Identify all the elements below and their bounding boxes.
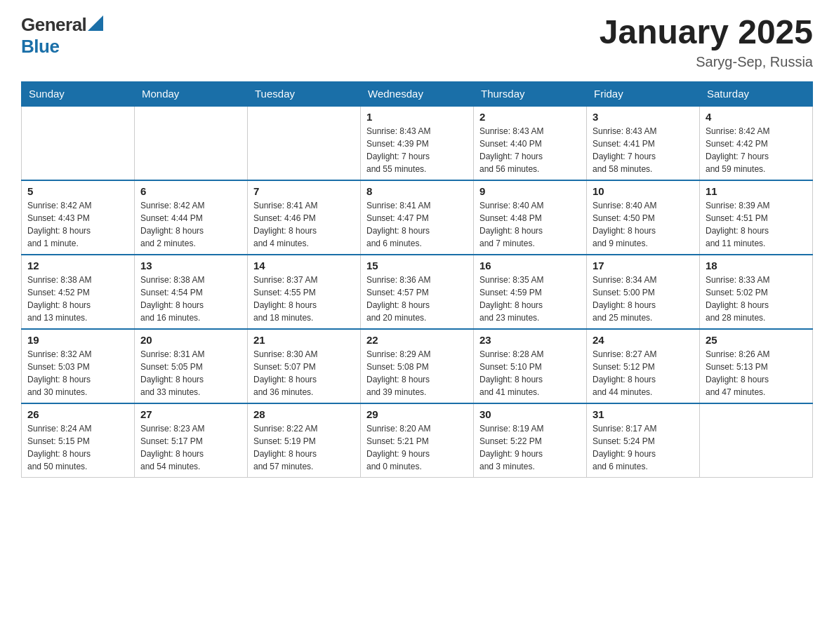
day-number: 22: [366, 334, 468, 346]
calendar-cell: 19Sunrise: 8:32 AM Sunset: 5:03 PM Dayli…: [22, 329, 135, 403]
calendar-cell: 12Sunrise: 8:38 AM Sunset: 4:52 PM Dayli…: [22, 255, 135, 329]
calendar-cell: [700, 403, 813, 478]
calendar-cell: [135, 106, 248, 180]
day-number: 7: [253, 185, 355, 197]
calendar-header-monday: Monday: [135, 81, 248, 106]
calendar-header-saturday: Saturday: [700, 81, 813, 106]
day-info: Sunrise: 8:38 AM Sunset: 4:54 PM Dayligh…: [140, 274, 241, 324]
day-number: 2: [479, 111, 581, 123]
day-info: Sunrise: 8:43 AM Sunset: 4:39 PM Dayligh…: [366, 125, 468, 175]
calendar-cell: 11Sunrise: 8:39 AM Sunset: 4:51 PM Dayli…: [700, 180, 813, 255]
logo: General Blue: [21, 14, 103, 58]
day-info: Sunrise: 8:38 AM Sunset: 4:52 PM Dayligh…: [27, 274, 128, 324]
day-info: Sunrise: 8:40 AM Sunset: 4:50 PM Dayligh…: [593, 199, 694, 250]
day-number: 14: [253, 260, 355, 271]
day-number: 18: [706, 260, 807, 271]
day-info: Sunrise: 8:29 AM Sunset: 5:08 PM Dayligh…: [366, 348, 468, 398]
calendar-cell: 15Sunrise: 8:36 AM Sunset: 4:57 PM Dayli…: [361, 255, 474, 329]
day-number: 12: [27, 260, 128, 271]
day-number: 8: [366, 185, 468, 197]
calendar-cell: 23Sunrise: 8:28 AM Sunset: 5:10 PM Dayli…: [474, 329, 587, 403]
calendar-cell: 7Sunrise: 8:41 AM Sunset: 4:46 PM Daylig…: [248, 180, 361, 255]
day-number: 20: [140, 334, 241, 346]
day-number: 29: [366, 408, 468, 420]
day-info: Sunrise: 8:42 AM Sunset: 4:42 PM Dayligh…: [706, 125, 807, 175]
calendar-cell: 13Sunrise: 8:38 AM Sunset: 4:54 PM Dayli…: [135, 255, 248, 329]
location-text: Saryg-Sep, Russia: [600, 54, 813, 70]
calendar-cell: [248, 106, 361, 180]
page-header: General Blue January 2025 Saryg-Sep, Rus…: [21, 14, 813, 70]
day-number: 19: [27, 334, 128, 346]
title-block: January 2025 Saryg-Sep, Russia: [600, 14, 813, 70]
calendar-cell: 4Sunrise: 8:42 AM Sunset: 4:42 PM Daylig…: [700, 106, 813, 180]
day-number: 28: [253, 408, 355, 420]
day-info: Sunrise: 8:30 AM Sunset: 5:07 PM Dayligh…: [253, 348, 355, 398]
day-info: Sunrise: 8:19 AM Sunset: 5:22 PM Dayligh…: [479, 422, 581, 473]
calendar-cell: 8Sunrise: 8:41 AM Sunset: 4:47 PM Daylig…: [361, 180, 474, 255]
day-number: 27: [140, 408, 241, 420]
calendar-cell: 27Sunrise: 8:23 AM Sunset: 5:17 PM Dayli…: [135, 403, 248, 478]
calendar-header-sunday: Sunday: [22, 81, 135, 106]
day-number: 23: [479, 334, 581, 346]
calendar-cell: 6Sunrise: 8:42 AM Sunset: 4:44 PM Daylig…: [135, 180, 248, 255]
day-number: 30: [479, 408, 581, 420]
calendar-cell: [22, 106, 135, 180]
day-info: Sunrise: 8:23 AM Sunset: 5:17 PM Dayligh…: [140, 422, 241, 473]
day-info: Sunrise: 8:17 AM Sunset: 5:24 PM Dayligh…: [593, 422, 694, 473]
logo-triangle-icon: [88, 15, 103, 31]
day-number: 11: [706, 185, 807, 197]
day-info: Sunrise: 8:33 AM Sunset: 5:02 PM Dayligh…: [706, 274, 807, 324]
calendar-cell: 3Sunrise: 8:43 AM Sunset: 4:41 PM Daylig…: [587, 106, 700, 180]
calendar-cell: 24Sunrise: 8:27 AM Sunset: 5:12 PM Dayli…: [587, 329, 700, 403]
day-number: 5: [27, 185, 128, 197]
calendar-cell: 17Sunrise: 8:34 AM Sunset: 5:00 PM Dayli…: [587, 255, 700, 329]
day-info: Sunrise: 8:43 AM Sunset: 4:40 PM Dayligh…: [479, 125, 581, 175]
day-number: 16: [479, 260, 581, 271]
day-number: 4: [706, 111, 807, 123]
day-info: Sunrise: 8:34 AM Sunset: 5:00 PM Dayligh…: [593, 274, 694, 324]
day-info: Sunrise: 8:22 AM Sunset: 5:19 PM Dayligh…: [253, 422, 355, 473]
day-info: Sunrise: 8:35 AM Sunset: 4:59 PM Dayligh…: [479, 274, 581, 324]
calendar-week-2: 5Sunrise: 8:42 AM Sunset: 4:43 PM Daylig…: [22, 180, 813, 255]
calendar-week-1: 1Sunrise: 8:43 AM Sunset: 4:39 PM Daylig…: [22, 106, 813, 180]
day-number: 6: [140, 185, 241, 197]
day-info: Sunrise: 8:32 AM Sunset: 5:03 PM Dayligh…: [27, 348, 128, 398]
day-number: 15: [366, 260, 468, 271]
day-info: Sunrise: 8:27 AM Sunset: 5:12 PM Dayligh…: [593, 348, 694, 398]
calendar-week-4: 19Sunrise: 8:32 AM Sunset: 5:03 PM Dayli…: [22, 329, 813, 403]
day-number: 24: [593, 334, 694, 346]
day-info: Sunrise: 8:39 AM Sunset: 4:51 PM Dayligh…: [706, 199, 807, 250]
calendar-cell: 18Sunrise: 8:33 AM Sunset: 5:02 PM Dayli…: [700, 255, 813, 329]
day-info: Sunrise: 8:37 AM Sunset: 4:55 PM Dayligh…: [253, 274, 355, 324]
calendar-header-friday: Friday: [587, 81, 700, 106]
calendar-header-row: SundayMondayTuesdayWednesdayThursdayFrid…: [22, 81, 813, 106]
day-info: Sunrise: 8:36 AM Sunset: 4:57 PM Dayligh…: [366, 274, 468, 324]
day-info: Sunrise: 8:24 AM Sunset: 5:15 PM Dayligh…: [27, 422, 128, 473]
day-info: Sunrise: 8:42 AM Sunset: 4:43 PM Dayligh…: [27, 199, 128, 250]
calendar-cell: 9Sunrise: 8:40 AM Sunset: 4:48 PM Daylig…: [474, 180, 587, 255]
calendar-cell: 21Sunrise: 8:30 AM Sunset: 5:07 PM Dayli…: [248, 329, 361, 403]
day-info: Sunrise: 8:42 AM Sunset: 4:44 PM Dayligh…: [140, 199, 241, 250]
day-info: Sunrise: 8:31 AM Sunset: 5:05 PM Dayligh…: [140, 348, 241, 398]
day-number: 1: [366, 111, 468, 123]
calendar-cell: 20Sunrise: 8:31 AM Sunset: 5:05 PM Dayli…: [135, 329, 248, 403]
calendar-header-tuesday: Tuesday: [248, 81, 361, 106]
calendar-cell: 1Sunrise: 8:43 AM Sunset: 4:39 PM Daylig…: [361, 106, 474, 180]
calendar-cell: 14Sunrise: 8:37 AM Sunset: 4:55 PM Dayli…: [248, 255, 361, 329]
calendar-week-5: 26Sunrise: 8:24 AM Sunset: 5:15 PM Dayli…: [22, 403, 813, 478]
day-number: 21: [253, 334, 355, 346]
calendar-cell: 2Sunrise: 8:43 AM Sunset: 4:40 PM Daylig…: [474, 106, 587, 180]
day-info: Sunrise: 8:26 AM Sunset: 5:13 PM Dayligh…: [706, 348, 807, 398]
calendar-cell: 22Sunrise: 8:29 AM Sunset: 5:08 PM Dayli…: [361, 329, 474, 403]
day-info: Sunrise: 8:28 AM Sunset: 5:10 PM Dayligh…: [479, 348, 581, 398]
day-number: 13: [140, 260, 241, 271]
day-number: 3: [593, 111, 694, 123]
day-info: Sunrise: 8:43 AM Sunset: 4:41 PM Dayligh…: [593, 125, 694, 175]
calendar-cell: 25Sunrise: 8:26 AM Sunset: 5:13 PM Dayli…: [700, 329, 813, 403]
day-number: 10: [593, 185, 694, 197]
calendar-cell: 10Sunrise: 8:40 AM Sunset: 4:50 PM Dayli…: [587, 180, 700, 255]
calendar-table: SundayMondayTuesdayWednesdayThursdayFrid…: [21, 81, 813, 478]
logo-general-text: General: [21, 14, 86, 36]
day-number: 17: [593, 260, 694, 271]
day-info: Sunrise: 8:41 AM Sunset: 4:46 PM Dayligh…: [253, 199, 355, 250]
